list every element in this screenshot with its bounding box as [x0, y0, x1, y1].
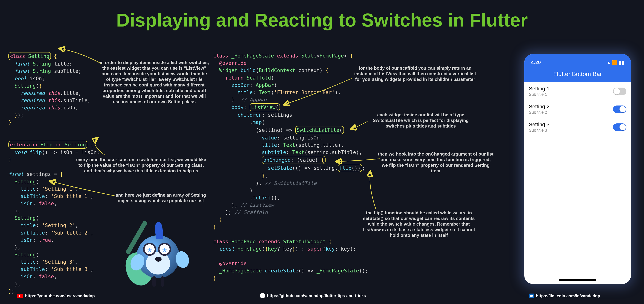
- setting-row[interactable]: Setting 2Sub title 2: [524, 100, 631, 118]
- wifi-icon: 📶: [612, 60, 618, 65]
- dash-mascot-illustration: ★ ★: [120, 220, 194, 291]
- annotation-flip-extension: every time the user taps on a switch in …: [75, 157, 208, 174]
- annotation-switchlisttile: each widget inside our list will be of t…: [366, 112, 475, 129]
- battery-icon: ▮▮: [619, 60, 624, 65]
- switch-toggle[interactable]: [613, 124, 626, 131]
- phone-status-bar: 4:20 ▴︎ 📶 ▮▮: [524, 54, 631, 67]
- youtube-url: https://youtube.com/user/vandadnp: [25, 294, 95, 299]
- annotation-listview-intro: in order to display items inside a list …: [99, 60, 210, 105]
- setting-subtitle: Sub title 3: [529, 128, 613, 133]
- annotation-settings-array: and here we just define an array of Sett…: [114, 192, 208, 203]
- annotation-onchanged: then we hook into the onChanged argument…: [378, 151, 494, 174]
- setting-title: Setting 3: [529, 122, 613, 128]
- github-icon: [260, 293, 265, 299]
- switch-toggle[interactable]: [613, 106, 626, 113]
- setting-row[interactable]: Setting 1Sub title 1: [524, 82, 631, 100]
- linkedin-link[interactable]: in https://linkedin.com/in/vandadnp: [529, 294, 600, 299]
- phone-appbar-title: Flutter Bottom Bar: [524, 67, 631, 82]
- switch-toggle[interactable]: [613, 88, 626, 95]
- linkedin-icon: in: [529, 294, 534, 299]
- wifi-icon: ▴︎: [608, 60, 610, 65]
- annotation-body-listview: for the body of our scaffold you can sim…: [352, 65, 479, 82]
- github-link[interactable]: https://github.com/vandadnp/flutter-tips…: [260, 293, 366, 299]
- home-indicator: [559, 279, 596, 281]
- setting-title: Setting 2: [529, 104, 613, 110]
- phone-mockup: 4:20 ▴︎ 📶 ▮▮ Flutter Bottom Bar Setting …: [524, 54, 631, 284]
- phone-time: 4:20: [531, 60, 541, 65]
- github-url: https://github.com/vandadnp/flutter-tips…: [267, 293, 366, 298]
- youtube-link[interactable]: https://youtube.com/user/vandadnp: [17, 294, 95, 299]
- phone-settings-list: Setting 1Sub title 1Setting 2Sub title 2…: [524, 82, 631, 136]
- setting-subtitle: Sub title 1: [529, 92, 613, 97]
- page-title: Displaying and Reacting to Switches in F…: [0, 9, 644, 31]
- youtube-icon: [17, 294, 23, 298]
- setting-subtitle: Sub title 2: [529, 110, 613, 115]
- linkedin-url: https://linkedin.com/in/vandadnp: [536, 294, 600, 299]
- annotation-flip-setstate: the flip() function should be called whi…: [359, 210, 479, 238]
- setting-row[interactable]: Setting 3Sub title 3: [524, 118, 631, 136]
- setting-title: Setting 1: [529, 86, 613, 92]
